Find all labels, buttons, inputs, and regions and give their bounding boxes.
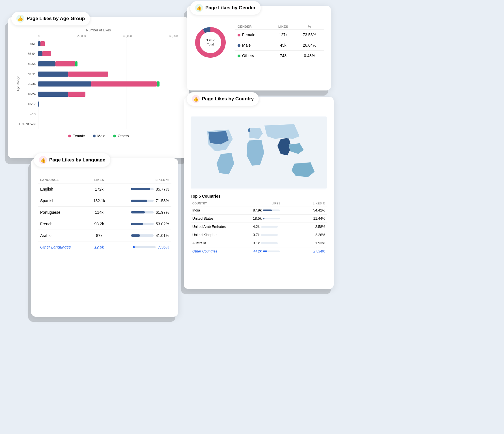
gender-female-pct: 73.53%: [295, 30, 324, 40]
lang-row-english: English 172k 85.77%: [38, 183, 171, 195]
country-australia-pct: 1.93%: [301, 239, 327, 247]
gender-male-likes: 45k: [272, 40, 295, 51]
thumbs-up-icon: 👍: [16, 15, 24, 23]
country-uae: United Arab Emirates: [191, 223, 251, 231]
country-uae-pct: 2.58%: [301, 223, 327, 231]
country-row-australia: Australia 3.1k 1.93%: [191, 239, 327, 247]
lang-row-french: French 93.2k 53.02%: [38, 218, 171, 230]
x-label-20k: 20,000: [77, 34, 86, 38]
bar-55-64: [38, 49, 181, 58]
age-group-card-header: 👍 Page Likes by Age-Group: [11, 12, 90, 25]
bar-65plus: [38, 40, 181, 48]
lang-french-likes: 93.2k: [88, 218, 111, 230]
country-india-likes: 87.9k: [251, 206, 301, 215]
gender-card: 173k Total GENDER LIKES % Female: [187, 6, 331, 90]
y-label-55-64: 55-64: [20, 49, 36, 59]
bar-25-34: [38, 80, 181, 88]
gender-row-others: Others 748 0.43%: [235, 51, 324, 61]
country-row-india: India 87.9k 54.42%: [191, 206, 327, 215]
lang-col-header: LANGUAGE: [38, 176, 88, 183]
country-uk-likes: 3.7k: [251, 231, 301, 239]
pct-col-header: %: [295, 24, 324, 30]
female-dot: [68, 135, 71, 137]
gender-male-pct: 26.04%: [295, 40, 324, 51]
lang-portuguese: Portuguese: [38, 207, 88, 218]
lang-english-likes: 172k: [88, 183, 111, 195]
x-label-60k: 60,000: [169, 34, 178, 38]
language-card-header: 👍 Page Likes by Language: [34, 153, 110, 167]
country-us: United States: [191, 215, 251, 223]
country-australia-likes: 3.1k: [251, 239, 301, 247]
thumbs-up-icon-gender: 👍: [195, 4, 203, 12]
age-group-title: Page Likes by Age-Group: [27, 16, 85, 21]
country-other-pct: 27.34%: [301, 247, 327, 256]
y-label-65plus: 65+: [20, 39, 36, 49]
thumbs-up-icon-country: 👍: [192, 95, 200, 103]
country-india: India: [191, 206, 251, 215]
country-australia: Australia: [191, 239, 251, 247]
gender-others-pct: 0.43%: [295, 51, 324, 61]
legend-others: Others: [113, 134, 129, 138]
lang-portuguese-likes: 114k: [88, 207, 111, 218]
bar-lt13: [38, 110, 181, 118]
language-card: LANGUAGE LIKES LIKES % English 172k 85.7…: [31, 158, 178, 317]
y-label-45-54: 45-54: [20, 59, 36, 69]
country-us-likes: 18.5k: [251, 215, 301, 223]
country-pct-header: LIKES %: [301, 201, 327, 206]
bar-35-44: [38, 70, 181, 78]
age-chart-title: Number of Likes: [16, 28, 181, 32]
country-likes-header: LIKES: [251, 201, 301, 206]
country-uae-likes: 4.2k: [251, 223, 301, 231]
lang-french: French: [38, 218, 88, 230]
lang-row-arabic: Arabic 87k 41.01%: [38, 230, 171, 241]
lang-english-bar-pct: 85.77%: [111, 183, 171, 195]
lang-french-bar-pct: 53.02%: [111, 218, 171, 230]
lang-other-likes: 12.6k: [88, 241, 111, 253]
y-label-25-34: 25-34: [20, 79, 36, 89]
lang-portuguese-bar-pct: 61.97%: [111, 207, 171, 218]
lang-likes-header: LIKES: [88, 176, 111, 183]
country-row-uae: United Arab Emirates 4.2k 2.58%: [191, 223, 327, 231]
lang-other: Other Languages: [38, 241, 88, 253]
gender-card-header: 👍 Page Likes by Gender: [190, 1, 261, 15]
gender-female-label: Female: [235, 30, 272, 40]
legend-female: Female: [68, 134, 85, 138]
bar-unknown: [38, 120, 181, 128]
country-india-pct: 54.42%: [301, 206, 327, 215]
lang-pct-header: LIKES %: [111, 176, 171, 183]
lang-spanish-likes: 132.1k: [88, 195, 111, 207]
lang-english: English: [38, 183, 88, 195]
y-label-35-44: 35-44: [20, 69, 36, 79]
country-card: Top 5 Countries COUNTRY LIKES LIKES % In…: [184, 97, 334, 289]
country-row-us: United States 18.5k 11.44%: [191, 215, 327, 223]
country-row-other: Other Countries 44.2k 27.34%: [191, 247, 327, 256]
country-other-likes: 44.2k: [251, 247, 301, 256]
country-title: Page Likes by Country: [202, 96, 254, 102]
lang-arabic-likes: 87k: [88, 230, 111, 241]
top5-title: Top 5 Countries: [191, 194, 327, 198]
country-card-header: 👍 Page Likes by Country: [187, 92, 259, 106]
lang-row-portuguese: Portuguese 114k 61.97%: [38, 207, 171, 218]
country-us-pct: 11.44%: [301, 215, 327, 223]
lang-row-spanish: Spanish 132.1k 71.58%: [38, 195, 171, 207]
others-dot: [113, 135, 116, 137]
country-other: Other Countries: [191, 247, 251, 256]
lang-spanish-bar-pct: 71.58%: [111, 195, 171, 207]
donut-total: 173k Total: [206, 38, 215, 47]
y-label-18-24: 18-24: [20, 89, 36, 99]
x-label-0: 0: [38, 34, 40, 38]
male-dot: [93, 135, 96, 137]
y-label-13-17: 13-17: [20, 99, 36, 109]
language-title: Page Likes by Language: [49, 157, 105, 163]
lang-arabic-bar-pct: 41.01%: [111, 230, 171, 241]
country-col-header: COUNTRY: [191, 201, 251, 206]
age-chart-legend: Female Male Others: [16, 134, 181, 138]
country-table: Top 5 Countries COUNTRY LIKES LIKES % In…: [191, 194, 327, 255]
gender-female-likes: 127k: [272, 30, 295, 40]
y-label-unknown: UNKNOWN: [20, 119, 36, 129]
legend-female-label: Female: [73, 134, 85, 138]
likes-col-header: LIKES: [272, 24, 295, 30]
bar-13-17: [38, 100, 181, 108]
gender-row-male: Male 45k 26.04%: [235, 40, 324, 51]
lang-spanish: Spanish: [38, 195, 88, 207]
